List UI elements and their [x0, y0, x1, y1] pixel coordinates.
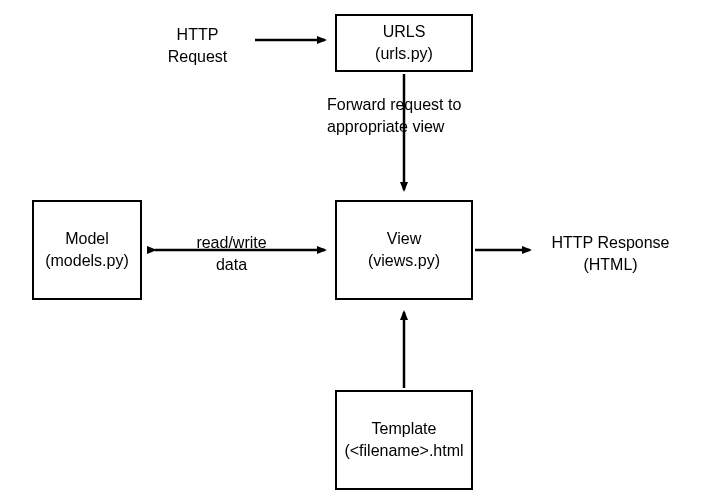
- model-subtitle: (models.py): [45, 250, 129, 272]
- urls-title: URLS: [383, 21, 426, 43]
- forward-label: Forward request to appropriate view: [327, 94, 497, 137]
- model-title: Model: [65, 228, 109, 250]
- http-response-line2: (HTML): [538, 254, 683, 276]
- view-subtitle: (views.py): [368, 250, 440, 272]
- readwrite-line2: data: [184, 254, 279, 276]
- forward-line2: appropriate view: [327, 116, 497, 138]
- http-response-label: HTTP Response (HTML): [538, 232, 683, 275]
- http-request-line2: Request: [155, 46, 240, 68]
- forward-line1: Forward request to: [327, 94, 497, 116]
- http-request-label: HTTP Request: [155, 24, 240, 67]
- http-request-line1: HTTP: [155, 24, 240, 46]
- view-title: View: [387, 228, 421, 250]
- template-subtitle: (<filename>.html: [344, 440, 463, 462]
- readwrite-label: read/write data: [184, 232, 279, 275]
- readwrite-line1: read/write: [184, 232, 279, 254]
- template-box: Template (<filename>.html: [335, 390, 473, 490]
- urls-subtitle: (urls.py): [375, 43, 433, 65]
- model-box: Model (models.py): [32, 200, 142, 300]
- view-box: View (views.py): [335, 200, 473, 300]
- http-response-line1: HTTP Response: [538, 232, 683, 254]
- urls-box: URLS (urls.py): [335, 14, 473, 72]
- template-title: Template: [372, 418, 437, 440]
